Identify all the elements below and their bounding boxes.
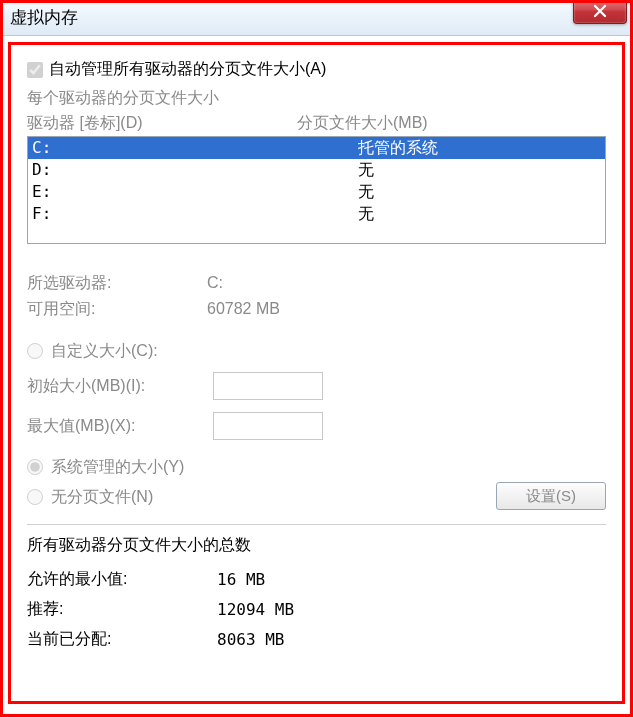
per-drive-heading: 每个驱动器的分页文件大小 [27,88,606,109]
virtual-memory-dialog: 虚拟内存 自动管理所有驱动器的分页文件大小(A) 每个驱动器的分页文件大小 驱动… [0,0,633,714]
selected-drive-info: 所选驱动器: C: 可用空间: 60782 MB [27,270,606,322]
drive-letter: F: [28,203,358,225]
totals-section: 所有驱动器分页文件大小的总数 允许的最小值: 16 MB 推荐: 12094 M… [27,535,606,654]
max-size-label: 最大值(MB)(X): [27,416,213,437]
auto-manage-label: 自动管理所有驱动器的分页文件大小(A) [49,59,326,80]
drive-row-c[interactable]: C: 托管的系统 [28,137,605,159]
window-title: 虚拟内存 [10,6,78,29]
drive-row-d[interactable]: D: 无 [28,159,605,181]
drive-list-header: 驱动器 [卷标](D) 分页文件大小(MB) [27,113,606,134]
max-size-input[interactable] [213,412,323,440]
drive-status: 无 [358,159,605,181]
free-space-value: 60782 MB [207,300,280,318]
recommended-label: 推荐: [27,599,217,620]
initial-size-label: 初始大小(MB)(I): [27,376,213,397]
drive-row-f[interactable]: F: 无 [28,203,605,225]
no-paging-file-radio[interactable] [27,489,43,505]
drive-row-e[interactable]: E: 无 [28,181,605,203]
auto-manage-row: 自动管理所有驱动器的分页文件大小(A) [27,59,606,80]
current-allocated-value: 8063 MB [217,630,284,649]
set-button[interactable]: 设置(S) [496,482,606,510]
free-space-label: 可用空间: [27,299,207,320]
selected-drive-value: C: [207,274,223,292]
recommended-value: 12094 MB [217,600,294,619]
drive-status: 无 [358,181,605,203]
drive-list[interactable]: C: 托管的系统 D: 无 E: 无 F: 无 [27,136,606,244]
titlebar: 虚拟内存 [0,0,633,36]
custom-size-radio[interactable] [27,343,43,359]
close-icon [593,4,607,18]
drive-letter: C: [28,137,358,159]
column-size: 分页文件大小(MB) [297,113,428,134]
drive-status: 无 [358,203,605,225]
auto-manage-checkbox[interactable] [27,62,43,78]
drive-letter: E: [28,181,358,203]
system-managed-label: 系统管理的大小(Y) [51,457,184,478]
min-allowed-label: 允许的最小值: [27,569,217,590]
drive-letter: D: [28,159,358,181]
column-drive: 驱动器 [卷标](D) [27,113,297,134]
highlight-frame: 自动管理所有驱动器的分页文件大小(A) 每个驱动器的分页文件大小 驱动器 [卷标… [8,42,625,704]
close-button[interactable] [573,0,627,24]
custom-size-label: 自定义大小(C): [51,341,158,362]
totals-heading: 所有驱动器分页文件大小的总数 [27,535,606,556]
separator [27,524,606,525]
no-paging-file-label: 无分页文件(N) [51,487,153,508]
system-managed-radio[interactable] [27,459,43,475]
content-area: 自动管理所有驱动器的分页文件大小(A) 每个驱动器的分页文件大小 驱动器 [卷标… [0,36,633,714]
selected-drive-label: 所选驱动器: [27,273,207,294]
current-allocated-label: 当前已分配: [27,629,217,650]
drive-status: 托管的系统 [358,137,605,159]
min-allowed-value: 16 MB [217,570,265,589]
initial-size-input[interactable] [213,372,323,400]
